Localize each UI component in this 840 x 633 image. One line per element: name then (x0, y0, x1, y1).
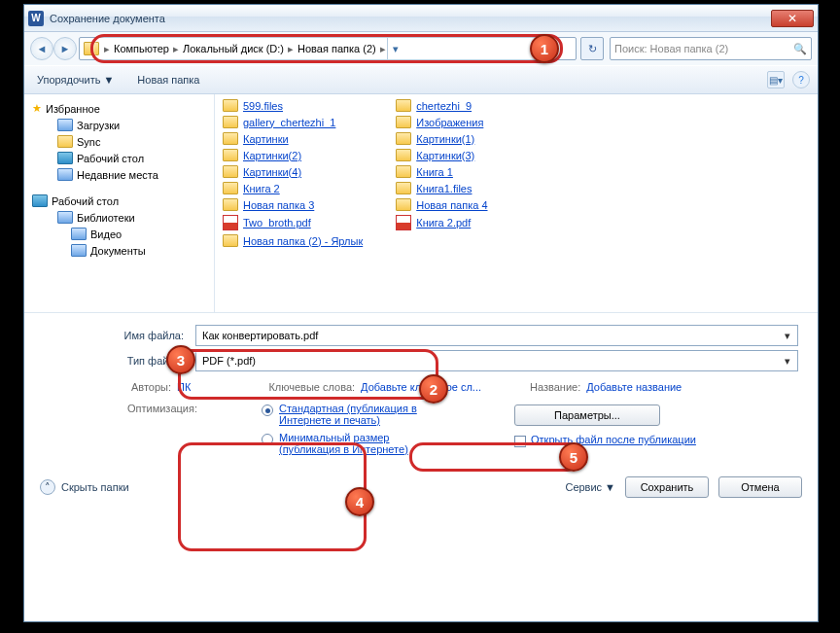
file-item[interactable]: Изображения (394, 115, 489, 129)
file-name: chertezhi_9 (416, 100, 472, 112)
libraries-icon (57, 211, 73, 224)
badge-4: 4 (345, 487, 374, 516)
folder-icon (396, 182, 411, 194)
filename-input[interactable]: Как конвертировать.pdf▾ (195, 325, 798, 346)
address-bar[interactable]: ▸ Компьютер▸ Локальный диск (D:)▸ Новая … (79, 37, 577, 60)
file-name: Изображения (416, 117, 483, 128)
file-item[interactable]: Книга1.files (394, 181, 489, 195)
sidebar-item-documents[interactable]: Документы (28, 242, 210, 259)
toolbar: Упорядочить ▼ Новая папка ▤▾ ? (24, 65, 818, 94)
breadcrumb-seg[interactable]: Локальный диск (D:) (180, 43, 287, 54)
new-folder-button[interactable]: Новая папка (132, 71, 204, 88)
desktop-icon (57, 152, 73, 164)
pdf-icon (223, 215, 238, 230)
titlebar: W Сохранение документа ✕ (24, 5, 818, 32)
breadcrumb-seg[interactable]: Новая папка (2) (295, 43, 379, 54)
nav-back-button[interactable]: ◄ (30, 37, 53, 60)
desktop-icon (32, 194, 48, 207)
radio-minimal[interactable]: Минимальный размер (публикация в Интерне… (262, 432, 475, 455)
star-icon: ★ (32, 102, 42, 115)
sidebar-item-sync[interactable]: Sync (28, 133, 210, 150)
folder-icon (396, 198, 411, 211)
file-item[interactable]: gallery_chertezhi_1 (221, 115, 365, 129)
file-name: Книга 1 (416, 166, 453, 178)
file-item[interactable]: Картинки(3) (394, 148, 489, 162)
file-item[interactable]: Новая папка (2) - Ярлык (221, 233, 365, 248)
file-item[interactable]: Картинки (221, 131, 365, 146)
sidebar-item-recent[interactable]: Недавние места (28, 166, 210, 183)
hide-folders-button[interactable]: ˄ Скрыть папки (40, 479, 129, 495)
refresh-button[interactable]: ↻ (580, 37, 604, 60)
folder-icon (396, 99, 411, 112)
chevron-up-icon: ˄ (40, 479, 55, 495)
file-name: Новая папка 3 (243, 199, 314, 211)
sidebar-desktop-group[interactable]: Рабочий стол (28, 193, 210, 209)
filetype-select[interactable]: PDF (*.pdf)▾ (195, 350, 798, 371)
file-name: Картинки(1) (416, 133, 474, 145)
search-placeholder: Поиск: Новая папка (2) (614, 43, 728, 54)
sidebar-item-video[interactable]: Видео (28, 226, 210, 242)
organize-button[interactable]: Упорядочить ▼ (32, 71, 119, 88)
authors-label: Авторы: (131, 381, 171, 393)
folder-icon (396, 132, 411, 145)
sidebar-item-desktop[interactable]: Рабочий стол (28, 150, 210, 166)
folder-icon (223, 149, 238, 161)
file-list: 599.filesgallery_chertezhi_1КартинкиКарт… (215, 94, 818, 312)
view-options-button[interactable]: ▤▾ (767, 71, 785, 88)
save-dialog: W Сохранение документа ✕ ◄ ► ▸ Компьютер… (23, 4, 819, 622)
file-item[interactable]: Two_broth.pdf (221, 214, 365, 231)
checkbox-open-after[interactable]: Открыть файл после публикации (514, 434, 696, 447)
close-button[interactable]: ✕ (771, 10, 814, 27)
file-name: Картинки(2) (243, 150, 301, 161)
breadcrumb-seg[interactable]: Компьютер (111, 43, 172, 54)
file-name: Книга 2 (243, 183, 280, 194)
address-dropdown[interactable]: ▾ (387, 38, 404, 59)
file-item[interactable]: 599.files (221, 98, 365, 113)
folder-icon (57, 119, 73, 131)
keywords-label: Ключевые слова: (268, 381, 355, 393)
folder-icon (223, 116, 238, 128)
recent-icon (57, 168, 73, 181)
pdf-icon (396, 215, 411, 230)
chevron-down-icon[interactable]: ▾ (780, 353, 795, 369)
badge-1: 1 (530, 34, 559, 63)
chevron-down-icon[interactable]: ▾ (780, 328, 795, 343)
help-button[interactable]: ? (792, 71, 810, 88)
file-name: Книга1.files (416, 183, 472, 194)
search-input[interactable]: Поиск: Новая папка (2) 🔍 (610, 37, 812, 60)
file-item[interactable]: Книга 2.pdf (394, 214, 489, 231)
folder-icon (84, 42, 99, 55)
navbar: ◄ ► ▸ Компьютер▸ Локальный диск (D:)▸ Но… (24, 32, 818, 65)
file-item[interactable]: chertezhi_9 (394, 98, 489, 113)
file-item[interactable]: Картинки(2) (221, 148, 365, 162)
cancel-button[interactable]: Отмена (718, 476, 802, 498)
service-button[interactable]: Сервис▼ (565, 481, 615, 493)
authors-value[interactable]: ПК (177, 381, 191, 393)
file-item[interactable]: Книга 2 (221, 181, 365, 195)
sidebar-favorites[interactable]: ★Избранное (28, 100, 210, 117)
file-name: Two_broth.pdf (243, 217, 311, 229)
options-button[interactable]: Параметры... (514, 404, 660, 426)
file-item[interactable]: Новая папка 3 (221, 197, 365, 212)
window-title: Сохранение документа (50, 13, 165, 24)
radio-standard[interactable]: Стандартная (публикация в Интернете и пе… (262, 403, 475, 426)
file-name: Новая папка (2) - Ярлык (243, 235, 363, 247)
sidebar-item-downloads[interactable]: Загрузки (28, 117, 210, 133)
file-item[interactable]: Новая папка 4 (394, 197, 489, 212)
doc-title-value[interactable]: Добавьте название (586, 381, 682, 393)
sidebar-libraries[interactable]: Библиотеки (28, 209, 210, 226)
video-icon (71, 228, 87, 240)
radio-icon (262, 404, 273, 416)
file-name: Картинки(3) (416, 150, 474, 161)
file-name: Картинки(4) (243, 166, 301, 178)
save-button[interactable]: Сохранить (625, 476, 709, 498)
badge-5: 5 (559, 442, 588, 472)
nav-forward-button[interactable]: ► (53, 37, 77, 60)
file-name: 599.files (243, 100, 283, 112)
folder-icon (396, 116, 411, 128)
file-item[interactable]: Картинки(4) (221, 164, 365, 179)
documents-icon (71, 244, 87, 257)
file-item[interactable]: Картинки(1) (394, 131, 489, 146)
footer: ˄ Скрыть папки Сервис▼ Сохранить Отмена (24, 467, 818, 511)
file-item[interactable]: Книга 1 (394, 164, 489, 179)
